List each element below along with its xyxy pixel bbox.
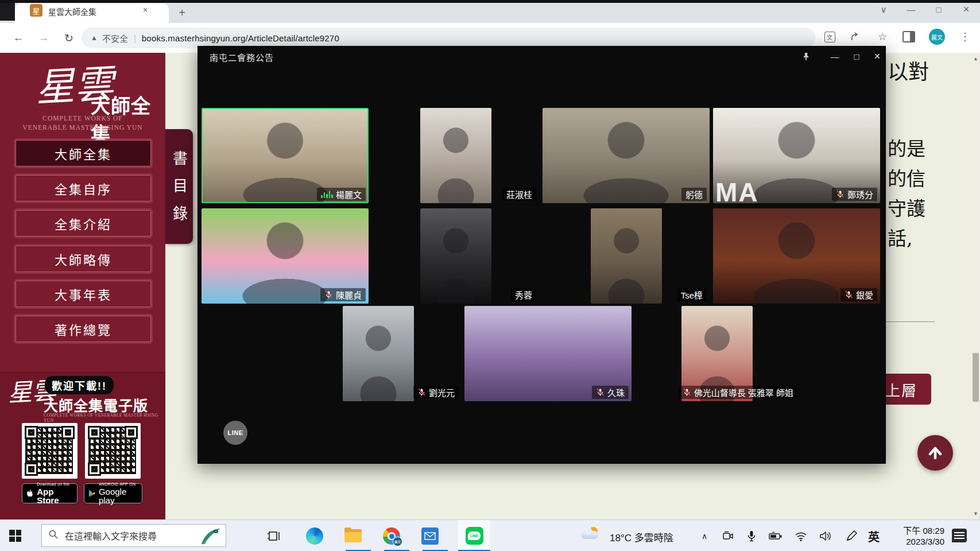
pen-icon[interactable] [844,529,859,544]
video-tile[interactable]: 秀蓉 [372,208,539,304]
share-icon[interactable] [850,30,862,43]
search-highlight-feather-icon [199,527,222,548]
address-divider: | [134,33,136,43]
app-download-promo: 星雲 歡迎下載!! 大師全集電子版 COMPLETE WORKS OF VENE… [0,372,165,520]
task-view-icon[interactable] [265,527,284,545]
mic-muted-icon [324,290,333,299]
address-bar[interactable]: ▲ 不安全 | books.masterhsingyun.org/Article… [82,28,815,48]
app-store-badge[interactable]: Download on theApp Store [22,483,78,503]
participant-name-label: 躬德 [681,188,707,201]
site-sidebar: 星雲 大師全集 COMPLETE WORKS OF VENERABLE MAST… [0,53,165,519]
download-welcome-bubble: 歡迎下載!! [45,376,114,394]
sidebar-item-works-overview[interactable]: 著作總覽 [16,316,151,342]
file-explorer-icon[interactable] [344,527,362,545]
promo-subtitle: COMPLETE WORKS OF VENERABLE MASTER HSING… [44,413,165,423]
search-input[interactable]: 在這裡輸入文字來搜尋 [41,524,226,547]
pin-icon[interactable] [799,51,814,62]
speaking-indicator-icon [321,191,333,198]
line-watermark-icon: LINE [223,421,247,445]
video-tile[interactable]: 陳麗貞 [202,208,369,304]
video-tile[interactable]: MA 鄭琇分 [713,108,880,203]
participant-video [420,208,491,304]
mic-muted-icon [836,190,845,199]
tray-expand-icon[interactable]: ∧ [697,529,712,544]
sidebar-item-complete-works[interactable]: 大師全集 [16,140,151,166]
video-tile[interactable]: Tse樟 [543,208,710,304]
back-button[interactable]: ← [10,30,26,46]
camera-icon[interactable] [720,529,735,544]
microphone-icon[interactable] [744,529,759,544]
scrollbar-thumb[interactable] [973,353,979,402]
page-scrollbar[interactable]: ▲ ▼ [971,53,980,519]
weather-icon[interactable] [581,527,605,545]
arrow-up-icon [925,443,945,463]
line-app-active-tile[interactable]: LINE [458,520,490,551]
sidebar-item-introduction[interactable]: 全集介紹 [16,210,151,236]
meeting-title: 南屯二會務公告 [210,51,274,63]
bookmark-star-icon[interactable]: ☆ [876,30,889,43]
sidebar-item-chronology[interactable]: 大事年表 [16,281,151,307]
taskbar-clock[interactable]: 下午 08:29 2023/3/30 [892,525,944,547]
video-tile[interactable]: 楊麗文 [202,108,369,203]
google-play-badge[interactable]: ANDROID APP ONGoogle play [84,483,142,503]
wifi-icon[interactable] [793,529,808,544]
book-catalog-tab[interactable]: 書目錄 [165,129,193,244]
browser-tab-strip: 星 星雲大師全集 × + ∨ — □ × [0,0,980,23]
meeting-maximize-icon[interactable]: □ [849,51,864,62]
video-tile[interactable]: 銀愛 [713,208,880,304]
meeting-minimize-icon[interactable]: — [827,51,842,62]
battery-icon[interactable] [768,529,783,544]
video-tile[interactable]: 久珠 [464,306,632,401]
browser-menu-icon[interactable]: ⋮ [959,30,971,43]
reload-button[interactable]: ↻ [61,30,77,46]
meeting-close-icon[interactable]: × [870,51,885,62]
video-tile[interactable]: 莊淑桂 [372,108,539,203]
participant-name: 楊麗文 [336,188,362,200]
clock-date: 2023/3/30 [892,536,944,547]
chrome-profile-badge: 麗文 [393,537,402,546]
tab-search-icon[interactable]: ∨ [878,5,889,15]
video-tile[interactable]: 佛光山督導長 張雅翠 師姐 [633,306,800,401]
tab-close-icon[interactable]: × [140,5,150,15]
line-app-icon: LINE [466,527,483,545]
search-placeholder: 在這裡輸入文字來搜尋 [65,529,157,542]
site-favicon-icon: 星 [30,4,42,17]
input-language-indicator[interactable]: 英 [868,528,880,545]
participant-name-label: 劉光元 [413,386,459,399]
forward-button[interactable]: → [36,30,52,46]
side-panel-icon[interactable] [902,30,915,43]
participant-name: 久珠 [607,386,625,398]
scrollbar-down-icon[interactable]: ▼ [971,509,980,518]
translate-icon[interactable]: 文 [823,30,836,43]
scrollbar-up-icon[interactable]: ▲ [971,54,980,63]
new-tab-button[interactable]: + [175,5,189,20]
edge-browser-icon[interactable] [305,527,324,545]
participant-name-label: 久珠 [592,386,629,399]
tab-title: 星雲大師全集 [48,6,96,17]
mail-icon[interactable] [421,527,439,545]
chrome-icon[interactable]: 麗文 [382,527,401,545]
action-center-icon[interactable] [952,529,967,542]
page-url: books.masterhsingyun.org/ArticleDetail/a… [142,33,339,43]
scroll-to-top-button[interactable] [917,435,953,471]
window-close-button[interactable]: × [960,3,972,15]
sidebar-item-biography[interactable]: 大師略傳 [16,246,151,272]
participant-name-label: 秀蓉 [511,288,536,301]
sidebar-item-preface[interactable]: 全集自序 [16,175,151,201]
mic-muted-icon [845,290,853,299]
video-tile[interactable]: 躬德 [543,108,710,203]
speaker-icon[interactable] [818,529,832,544]
search-icon [49,530,58,541]
participant-name-label: 鄭琇分 [832,188,877,201]
profile-avatar[interactable]: 麗文 [929,29,945,45]
start-button[interactable] [9,530,21,542]
window-minimize-button[interactable]: — [905,5,917,14]
article-text-fragment: 的信 [888,164,925,191]
participant-video [343,306,414,401]
weather-status[interactable]: 18°C 多雲時陰 [610,530,673,544]
participant-name-label: 陳麗貞 [320,288,366,301]
window-maximize-button[interactable]: □ [933,5,944,14]
video-meeting-window[interactable]: 南屯二會務公告 — □ × 楊麗文 莊淑桂 [197,46,886,464]
video-tile[interactable]: 劉光元 [295,306,462,401]
participant-name: 劉光元 [429,386,455,398]
